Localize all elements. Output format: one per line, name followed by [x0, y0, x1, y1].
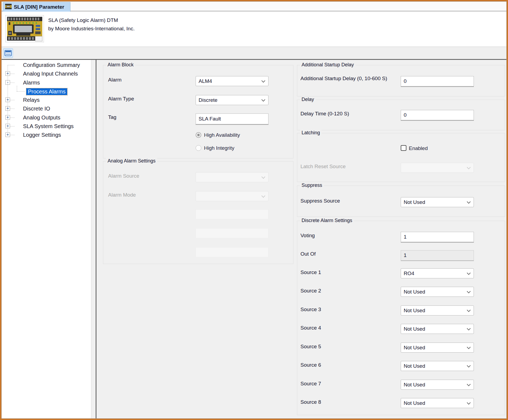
tree-item-analog-input-channels[interactable]: +Analog Input Channels	[2, 71, 91, 77]
tree-item-label[interactable]: Relays	[23, 97, 40, 103]
source-6-label: Source 6	[300, 362, 321, 368]
tab-strip: SLA [DIN] Parameter	[2, 2, 506, 11]
source-1-value: RO4	[401, 269, 474, 278]
suppress-source-label: Suppress Source	[300, 198, 340, 204]
source-1-label: Source 1	[300, 269, 321, 275]
tab-title: SLA [DIN] Parameter	[14, 4, 64, 10]
tree-connector	[17, 86, 17, 92]
tree-item-configuration-summary[interactable]: Configuration Summary	[2, 62, 91, 69]
tag-input[interactable]: SLA Fault	[196, 113, 268, 124]
alarm-type-label: Alarm Type	[108, 96, 134, 102]
dtm-title: SLA (Safety Logic Alarm) DTM	[48, 17, 118, 23]
tree-item-logger-settings[interactable]: +Logger Settings	[2, 132, 91, 138]
source-3-select[interactable]: Not Used	[401, 305, 474, 315]
source-1-select[interactable]: RO4	[401, 268, 474, 278]
source-8-select[interactable]: Not Used	[401, 398, 474, 408]
tree-connector	[10, 83, 15, 83]
alarm-block-group: Alarm Block Alarm ALM4 Alarm Type Discre…	[103, 65, 293, 158]
tree-item-sla-system-settings[interactable]: +SLA System Settings	[2, 123, 91, 130]
tree-connector	[8, 65, 8, 135]
source-5-label: Source 5	[300, 344, 321, 350]
delay-time-input[interactable]: 0	[401, 110, 474, 120]
analog-alarm-settings-group: Analog Alarm Settings Alarm Source Alarm…	[103, 161, 293, 264]
source-5-value: Not Used	[401, 343, 474, 352]
high-integrity-label: High Integrity	[204, 145, 234, 151]
additional-startup-delay-group: Additional Startup Delay Additional Star…	[297, 65, 505, 96]
source-8-label: Source 8	[300, 399, 321, 405]
alarm-type-select[interactable]: Discrete	[196, 95, 268, 105]
source-2-label: Source 2	[300, 288, 321, 294]
analog-setpoint-input-3	[196, 247, 268, 257]
source-4-value: Not Used	[401, 324, 474, 334]
tree-item-analog-outputs[interactable]: +Analog Outputs	[2, 115, 91, 121]
device-tab-icon	[5, 4, 12, 11]
discrete-alarm-settings-title: Discrete Alarm Settings	[300, 218, 354, 223]
parameter-content: Alarm Block Alarm ALM4 Alarm Type Discre…	[96, 60, 506, 418]
voting-label: Voting	[300, 233, 315, 239]
source-7-value: Not Used	[401, 380, 474, 389]
window-icon	[5, 50, 12, 56]
tree-item-label[interactable]: Configuration Summary	[23, 62, 80, 68]
analog-alarm-settings-title: Analog Alarm Settings	[106, 158, 157, 164]
tree-connector	[10, 126, 15, 126]
source-7-select[interactable]: Not Used	[401, 380, 474, 390]
out-of-label: Out Of	[300, 251, 316, 257]
tree-item-discrete-io[interactable]: +Discrete IO	[2, 106, 91, 112]
tree-item-label[interactable]: Discrete IO	[23, 106, 50, 112]
tree-item-alarms[interactable]: -Alarms	[2, 80, 91, 86]
chevron-down-icon	[467, 165, 471, 169]
parameter-view-button[interactable]	[3, 48, 13, 58]
tree-connector	[10, 109, 15, 109]
alarm-block-title: Alarm Block	[106, 62, 135, 68]
tree-item-process-alarms[interactable]: Process Alarms	[2, 88, 91, 95]
delay-time-label: Delay Time (0-120 S)	[300, 111, 349, 117]
dtm-header: SLA (Safety Logic Alarm) DTM by Moore In…	[2, 12, 506, 47]
latching-group: Latching Enabled Latch Reset Source	[297, 133, 505, 182]
alarm-type-select-value: Discrete	[196, 95, 268, 105]
suppress-source-select[interactable]: Not Used	[401, 197, 474, 207]
latching-enabled-label: Enabled	[409, 145, 428, 151]
delay-title: Delay	[300, 97, 316, 102]
source-6-value: Not Used	[401, 361, 474, 371]
source-4-label: Source 4	[300, 325, 321, 331]
high-availability-label: High Availability	[204, 132, 240, 138]
tree-connector	[17, 91, 25, 92]
latching-enabled-checkbox[interactable]	[401, 145, 406, 151]
tree-item-label[interactable]: Alarms	[23, 80, 40, 86]
chevron-down-icon	[261, 194, 265, 198]
tree-item-label[interactable]: SLA System Settings	[23, 123, 74, 129]
source-5-select[interactable]: Not Used	[401, 343, 474, 353]
voting-input[interactable]: 1	[401, 232, 474, 242]
latch-reset-source-label: Latch Reset Source	[300, 164, 346, 170]
dtm-vendor: by Moore Industries-International, Inc.	[48, 26, 135, 32]
alarm-select[interactable]: ALM4	[196, 76, 268, 86]
device-photo	[5, 15, 44, 43]
additional-startup-delay-input[interactable]: 0	[401, 76, 474, 86]
tree-item-label[interactable]: Logger Settings	[23, 132, 61, 138]
latching-title: Latching	[300, 130, 322, 136]
analog-setpoint-input-1	[196, 209, 268, 219]
source-6-select[interactable]: Not Used	[401, 361, 474, 371]
suppress-group: Suppress Suppress Source Not Used	[297, 185, 505, 217]
source-2-value: Not Used	[401, 287, 474, 297]
tree-item-label[interactable]: Analog Input Channels	[23, 71, 78, 77]
tree: Configuration Summary+Analog Input Chann…	[2, 60, 91, 418]
source-4-select[interactable]: Not Used	[401, 324, 474, 334]
dtm-window: SLA [DIN] Parameter	[2, 2, 506, 418]
chevron-down-icon	[261, 175, 265, 179]
additional-startup-delay-label: Additional Startup Delay (0, 10-600 S)	[300, 76, 390, 82]
source-2-select[interactable]: Not Used	[401, 287, 474, 297]
alarm-mode-select	[196, 191, 268, 201]
tab-sla-din-parameter[interactable]: SLA [DIN] Parameter	[3, 2, 70, 12]
source-7-label: Source 7	[300, 381, 321, 387]
tree-item-label[interactable]: Process Alarms	[26, 88, 67, 95]
tree-connector	[10, 100, 15, 100]
tree-connector	[10, 74, 15, 74]
source-3-label: Source 3	[300, 307, 321, 312]
source-3-value: Not Used	[401, 306, 474, 315]
delay-group: Delay Delay Time (0-120 S) 0	[297, 100, 505, 130]
alarm-source-select	[196, 172, 268, 182]
tree-item-relays[interactable]: +Relays	[2, 97, 91, 103]
tree-item-label[interactable]: Analog Outputs	[23, 115, 60, 121]
suppress-title: Suppress	[300, 183, 324, 188]
